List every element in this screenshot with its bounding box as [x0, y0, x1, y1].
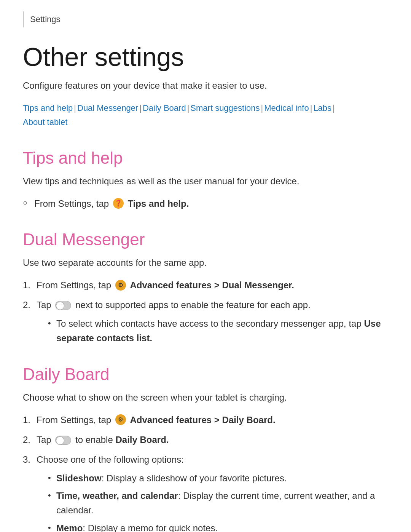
dual-sub-list: To select which contacts have access to … [37, 316, 388, 346]
section-tips-and-help: Tips and help View tips and techniques a… [23, 149, 388, 211]
nav-links: Tips and help|Dual Messenger|Daily Board… [23, 101, 388, 129]
nav-separator-4: | [261, 103, 263, 113]
nav-link-about[interactable]: About tablet [23, 117, 67, 127]
dual-step1-bold: Advanced features > Dual Messenger. [130, 280, 294, 290]
option-label-0: Slideshow [56, 473, 102, 483]
dual-step2-after: next to supported apps to enable the fea… [75, 300, 311, 310]
dual-step-2: Tap next to supported apps to enable the… [23, 298, 388, 345]
nav-link-medical[interactable]: Medical info [264, 103, 309, 113]
section-desc-daily: Choose what to show on the screen when y… [23, 391, 388, 404]
section-dual-messenger: Dual Messenger Use two separate accounts… [23, 230, 388, 346]
page-description: Configure features on your device that m… [23, 79, 388, 93]
nav-link-daily[interactable]: Daily Board [143, 103, 186, 113]
section-desc-dual: Use two separate accounts for the same a… [23, 256, 388, 270]
daily-step-1: From Settings, tap ⚙ Advanced features >… [23, 413, 388, 427]
section-title-dual: Dual Messenger [23, 230, 388, 249]
advanced-icon-2: ⚙ [115, 414, 126, 425]
nav-link-labs[interactable]: Labs [313, 103, 331, 113]
nav-separator-5: | [310, 103, 312, 113]
section-desc-tips: View tips and techniques as well as the … [23, 174, 388, 188]
daily-option-memo: Memo: Display a memo for quick notes. [48, 521, 388, 532]
breadcrumb-text: Settings [30, 14, 61, 24]
option-text-0: : Display a slideshow of your favorite p… [102, 473, 287, 483]
section-title-tips: Tips and help [23, 149, 388, 168]
daily-step2-after: to enable [75, 435, 113, 445]
tips-bullet-list: From Settings, tap ❓ Tips and help. [23, 197, 388, 211]
dual-sub-text: To select which contacts have access to … [56, 318, 362, 329]
section-title-daily: Daily Board [23, 365, 388, 384]
dual-step2-before: Tap [37, 300, 51, 310]
dual-step1-before: From Settings, tap [37, 280, 111, 290]
option-text-2: : Display a memo for quick notes. [83, 523, 218, 532]
nav-separator-3: | [187, 103, 190, 113]
toggle-icon-1 [55, 301, 71, 310]
page-title: Other settings [23, 43, 388, 71]
tips-bullet-item: From Settings, tap ❓ Tips and help. [23, 197, 388, 211]
daily-option-slideshow: Slideshow: Display a slideshow of your f… [48, 471, 388, 486]
nav-separator-6: | [333, 103, 335, 113]
daily-step-2: Tap to enable Daily Board. [23, 433, 388, 447]
dual-sub-item: To select which contacts have access to … [48, 316, 388, 346]
nav-separator-2: | [139, 103, 142, 113]
option-label-1: Time, weather, and calendar [56, 490, 178, 501]
tips-icon: ❓ [113, 198, 124, 209]
toggle-icon-2 [55, 436, 71, 445]
daily-step1-bold: Advanced features > Daily Board. [130, 415, 275, 425]
option-label-2: Memo [56, 523, 83, 532]
daily-step-3: Choose one of the following options: Sli… [23, 452, 388, 532]
daily-numbered-list: From Settings, tap ⚙ Advanced features >… [23, 413, 388, 532]
daily-step2-before: Tap [37, 435, 51, 445]
section-daily-board: Daily Board Choose what to show on the s… [23, 365, 388, 532]
daily-step2-bold-after: Daily Board. [115, 435, 169, 445]
daily-step1-before: From Settings, tap [37, 415, 111, 425]
nav-separator-1: | [74, 103, 76, 113]
nav-link-smart[interactable]: Smart suggestions [190, 103, 260, 113]
advanced-icon-1: ⚙ [115, 280, 126, 291]
breadcrumb: Settings [23, 11, 388, 27]
nav-link-tips[interactable]: Tips and help [23, 103, 73, 113]
nav-link-dual[interactable]: Dual Messenger [77, 103, 138, 113]
tips-step-text: From Settings, tap [34, 198, 109, 209]
dual-step-1: From Settings, tap ⚙ Advanced features >… [23, 278, 388, 292]
daily-step3-text: Choose one of the following options: [37, 454, 184, 465]
tips-bold-text: Tips and help. [127, 198, 189, 209]
daily-options-list: Slideshow: Display a slideshow of your f… [37, 471, 388, 532]
dual-numbered-list: From Settings, tap ⚙ Advanced features >… [23, 278, 388, 346]
page-container: Settings Other settings Configure featur… [0, 0, 411, 532]
daily-option-time: Time, weather, and calendar: Display the… [48, 489, 388, 518]
